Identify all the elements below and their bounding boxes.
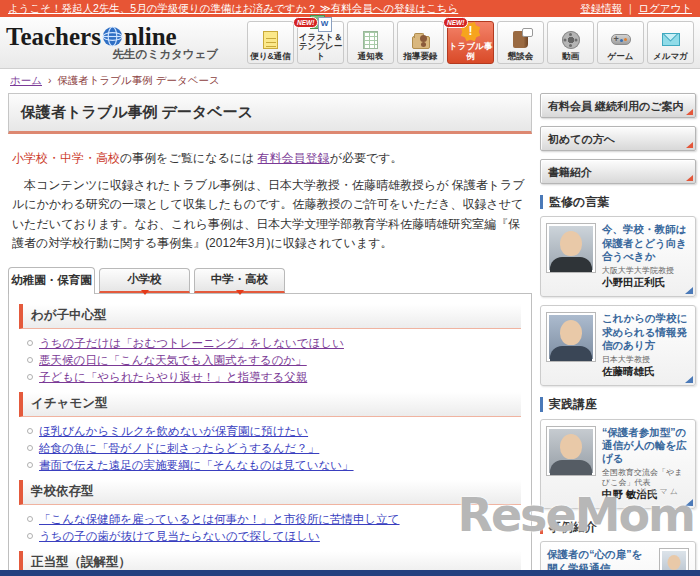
logout-link[interactable]: ログアウト [638,2,692,14]
premium-register-link[interactable]: ≫有料会員への登録はこちら [320,2,458,14]
content-description: 本コンテンツに収録されたトラブル事例は、日本大学教授・佐藤晴雄教授らが 保護者ト… [12,176,528,254]
topbar-account-links: 登録情報 ｜ ログアウト [580,2,692,16]
nav-label: イラスト＆テンプレート [298,33,343,61]
list-item: うちの子の歯が抜けて見当たらないので探してほしい [25,527,521,544]
card-title: これからの学校に求められる情報発信のあり方 [602,312,690,352]
nav-label: トラブル事例 [448,42,493,61]
list-item: うちの子だけは「おむつトレーニング」をしないでほしい [25,334,521,351]
nav-item-report-card[interactable]: 通知表 [347,21,394,64]
case-link[interactable]: 給食の魚に「骨がノドに刺さったらどうするんだ？」 [39,442,319,454]
membership-notice: 小学校・中学・高校の事例をご覧になるには 有料会員登録が必要です。 [12,150,528,167]
nav-item-newsletter[interactable]: 便り&通信 [247,21,294,64]
supervisor-card-onoda[interactable]: 今、学校・教師は保護者とどう向き合うべきか 大阪大学大学院教授 小野田正利氏 [540,216,696,297]
card-text: これからの学校に求められる情報発信のあり方 日本大学教授 佐藤晴雄氏 [602,312,690,379]
nav-item-video[interactable]: 動画 [547,21,594,64]
breadcrumb-home-link[interactable]: ホーム [10,74,42,86]
breadcrumb-current: 保護者トラブル事例 データベース [57,74,219,86]
card-org: 日本大学教授 [602,355,690,365]
school-levels-highlight: 小学校・中学・高校 [12,151,120,165]
logo-wordmark: Teachers nline [6,24,232,49]
page: ようこそ！発起人2先生、5月の学級便りの準備はお済みですか？ ≫有料会員への登録… [0,0,700,576]
card-name: 佐藤晴雄氏 [602,365,690,379]
sidebar: 有料会員 継続利用のご案内 初めての方へ 書籍紹介 監修の言葉 今、学校・教師は… [540,93,696,576]
list-item: 「こんな保健師を雇っているとは何事か！」と市役所に苦情申し立て [25,510,521,527]
new-badge: NEW! [443,17,468,28]
card-name: 小野田正利氏 [602,276,690,290]
supervisor-card-sato[interactable]: これからの学校に求められる情報発信のあり方 日本大学教授 佐藤晴雄氏 [540,305,696,386]
sidebar-heading-supervisor: 監修の言葉 [540,195,696,209]
report-card-icon [363,29,378,51]
school-level-tabs: 幼稚園・保育園 小学校 中学・高校 [8,267,532,293]
nav-item-mailmag[interactable]: メルマガ [647,21,694,64]
card-title: “保護者参加型”の通信が人の輪を広げる [602,426,690,466]
sidebar-button-books[interactable]: 書籍紹介 [540,159,696,184]
case-link-list: うちの子だけは「おむつトレーニング」をしないでほしい 悪天候の日に「こんな天気で… [25,334,521,385]
nav-item-game[interactable]: ゲーム [597,21,644,64]
list-item: ほ乳びんからミルクを飲めないが保育園に預けたい [25,422,521,439]
case-link[interactable]: 子どもに「やられたらやり返せ！」と指導する父親 [39,371,307,383]
list-item: 子どもに「やられたらやり返せ！」と指導する父親 [25,368,521,385]
nav-label: 動画 [562,52,579,61]
sidebar-heading-lecture: 実践講座 [540,397,696,411]
welcome-text: ようこそ！発起人2先生、5月の学級便りの準備はお済みですか？ [8,2,320,14]
list-item: 給食の魚に「骨がノドに刺さったらどうするんだ？」 [25,439,521,456]
lecture-card-nakano[interactable]: “保護者参加型”の通信が人の輪を広げる 全国教育交流会「やまびこ会」代表 中野 … [540,419,696,510]
nav-label: 指導要録 [404,52,438,61]
notice-text-2: が必要です。 [330,151,403,165]
page-title: 保護者トラブル事例 データベース [8,93,532,134]
nav-label: ゲーム [608,52,634,61]
account-info-link[interactable]: 登録情報 [580,2,622,14]
site-header: Teachers nline 先生のミカタウェブ 便り&通信 NEW! イラスト… [0,17,700,69]
list-item: 書面で伝えた遠足の実施要綱に「そんなものは見ていない」 [25,456,521,473]
category-heading: わが子中心型 [19,304,521,329]
card-name: 中野 敏治氏 [602,488,690,502]
list-item: 悪天候の日に「こんな天気でも入園式をするのか」 [25,351,521,368]
site-logo[interactable]: Teachers nline 先生のミカタウェブ [6,24,232,62]
case-link[interactable]: 悪天候の日に「こんな天気でも入園式をするのか」 [39,354,307,366]
main-content: 保護者トラブル事例 データベース 小学校・中学・高校の事例をご覧になるには 有料… [8,93,532,576]
new-badge: NEW! [293,17,318,28]
sidebar-button-first-time[interactable]: 初めての方へ [540,126,696,151]
tab-kindergarten[interactable]: 幼稚園・保育園 [8,267,95,294]
portrait-photo [546,223,596,273]
main-nav: 便り&通信 NEW! イラスト＆テンプレート 通知表 指導要録 NEW! トラブ… [232,21,694,64]
card-org: 全国教育交流会「やまびこ会」代表 [602,468,690,487]
notice-text-1: の事例をご覧になるには [120,151,258,165]
guidance-record-icon [412,29,430,51]
meeting-book-icon [513,29,528,51]
case-link-list: ほ乳びんからミルクを飲めないが保育園に預けたい 給食の魚に「骨がノドに刺さったら… [25,422,521,473]
nav-item-illustration-template[interactable]: NEW! イラスト＆テンプレート [297,21,344,64]
nav-item-guidance-record[interactable]: 指導要録 [397,21,444,64]
case-link[interactable]: 「こんな保健師を雇っているとは何事か！」と市役所に苦情申し立て [39,513,400,525]
category-heading: イチャモン型 [19,392,521,417]
nav-label: 懇談会 [508,52,534,61]
case-link[interactable]: 書面で伝えた遠足の実施要綱に「そんなものは見ていない」 [39,459,354,471]
welcome-message: ようこそ！発起人2先生、5月の学級便りの準備はお済みですか？ ≫有料会員への登録… [8,2,458,16]
portrait-photo [546,426,596,476]
bottom-bar [0,570,700,576]
case-link-list: 「こんな保健師を雇っているとは何事か！」と市役所に苦情申し立て うちの子の歯が抜… [25,510,521,544]
case-link[interactable]: ほ乳びんからミルクを飲めないが保育園に預けたい [39,425,308,437]
envelope-icon [662,29,680,51]
paid-member-register-link[interactable]: 有料会員登録 [258,151,330,165]
nav-item-meeting[interactable]: 懇談会 [497,21,544,64]
logo-text-2: nline [124,24,177,49]
breadcrumb: ホーム › 保護者トラブル事例 データベース [0,69,700,91]
case-list-panel: わが子中心型 うちの子だけは「おむつトレーニング」をしないでほしい 悪天候の日に… [8,293,532,576]
sidebar-heading-case-intro: 事例紹介 [540,520,696,534]
card-org: 大阪大学大学院教授 [602,266,690,276]
portrait-photo [546,312,596,362]
nav-item-trouble-cases[interactable]: NEW! トラブル事例 [447,21,494,64]
card-text: “保護者参加型”の通信が人の輪を広げる 全国教育交流会「やまびこ会」代表 中野 … [602,426,690,503]
case-link[interactable]: うちの子だけは「おむつトレーニング」をしないでほしい [39,337,344,349]
newsletter-icon [263,29,278,51]
breadcrumb-separator: › [48,74,52,86]
nav-label: メルマガ [653,52,688,61]
content-columns: 保護者トラブル事例 データベース 小学校・中学・高校の事例をご覧になるには 有料… [0,91,700,576]
category-heading: 学校依存型 [19,480,521,505]
nav-label: 便り&通信 [250,52,290,61]
tab-elementary[interactable]: 小学校 [99,268,190,293]
tab-junior-high[interactable]: 中学・高校 [194,268,285,293]
case-link[interactable]: うちの子の歯が抜けて見当たらないので探してほしい [39,530,320,542]
sidebar-button-membership-guide[interactable]: 有料会員 継続利用のご案内 [540,93,696,118]
